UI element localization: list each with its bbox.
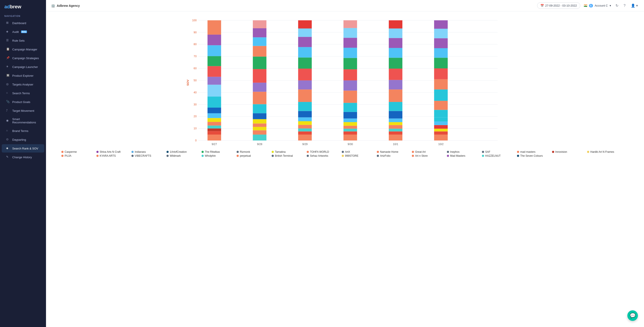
svg-text:20: 20 [194,115,197,118]
svg-rect-49 [253,69,266,83]
legend-item: VIBECRAFTS [132,154,162,157]
help-button[interactable]: ? [623,3,626,9]
sidebar-item-campaign-launcher[interactable]: ✈ Campaign Launcher [2,63,44,71]
svg-rect-73 [344,135,357,141]
svg-rect-24 [208,131,221,135]
svg-rect-30 [208,108,221,113]
date-range-button[interactable]: 📅 27-09-2022 - 03-10-2022 [537,3,580,9]
sidebar-item-product-explorer[interactable]: 🔲 Product Explorer [2,72,44,80]
refresh-button[interactable]: ↻ [615,3,619,9]
svg-rect-71 [298,20,312,29]
sidebar-item-search-terms[interactable]: ○ Search Terms [2,89,44,97]
agency-selector[interactable]: 🏢 Adbrew Agency [51,4,80,8]
svg-rect-101 [389,58,402,69]
brand-terms-icon: ○ [6,129,10,133]
svg-rect-116 [434,79,448,90]
legend-color [132,155,134,157]
svg-rect-56 [298,135,312,141]
sidebar-item-change-history[interactable]: ✎ Change History [2,153,44,161]
sidebar-item-smart-recommendations[interactable]: ◉ Smart Recommendations [2,115,44,126]
sidebar-item-audit[interactable]: ◈ Audit Beta [2,28,44,36]
sidebar-item-dayparting[interactable]: ⊙ Dayparting [2,135,44,144]
svg-rect-32 [208,85,221,96]
svg-rect-35 [208,56,221,66]
svg-rect-78 [344,119,357,122]
svg-rect-36 [208,45,221,56]
svg-rect-83 [344,69,357,80]
beta-badge: Beta [21,31,27,33]
svg-rect-103 [389,38,402,48]
account-name: Account C [595,4,608,7]
svg-rect-64 [298,89,312,102]
svg-rect-60 [298,121,312,125]
legend-item: TOHFA WORLD [307,150,337,153]
svg-text:10: 10 [194,127,197,130]
legend-label: PUJA [64,154,72,157]
sidebar-item-target-movement[interactable]: ⤴ Target Movement [2,107,44,115]
legend-item: Tamatina [272,150,302,153]
legend-label: Casperme [64,150,77,153]
chat-button[interactable]: 💬 [627,310,638,321]
svg-rect-38 [208,20,221,35]
legend-color [202,155,204,157]
svg-rect-113 [434,110,448,117]
legend-color [132,151,134,153]
sidebar-item-brand-terms[interactable]: ○ Brand Terms [2,127,44,135]
legend-item: KYARA ARTS [96,154,127,157]
svg-text:60: 60 [194,67,197,70]
svg-text:50: 50 [194,79,197,82]
sidebar-item-targets-analyser[interactable]: ◎ Targets Analyser [2,80,44,89]
sidebar-item-label: Campaign Launcher [12,65,38,69]
svg-rect-82 [344,80,357,91]
legend-item: ArtzFolio [377,154,408,157]
user-menu-button[interactable]: 👤 ▾ [630,3,639,9]
svg-rect-63 [298,102,312,111]
search-terms-icon: ○ [6,91,10,95]
svg-rect-86 [344,38,357,48]
legend-label: Sehaz Artworks [310,154,328,157]
svg-rect-29 [208,113,221,118]
legend-color [61,151,64,153]
audit-icon: ◈ [6,30,10,34]
svg-text:10/1: 10/1 [393,143,398,146]
legend-color [517,151,519,153]
legend-label: Wildmark [170,154,181,157]
svg-rect-97 [389,102,402,111]
svg-rect-114 [434,101,448,110]
sidebar-item-rule-sets[interactable]: ☰ Rule Sets [2,36,44,45]
flag-icon: 🇮🇳 [584,4,587,7]
sidebar-item-label: Audit [12,30,19,34]
legend-color [236,151,239,153]
legend-item: Mad Masters [447,154,478,157]
chevron-down-icon: ▾ [610,4,611,7]
sidebar-item-search-rank-sov[interactable]: ◈ Search Rank & SOV [2,144,44,153]
legend-item: The Ritwikas [202,150,232,153]
svg-rect-31 [208,96,221,108]
svg-rect-118 [434,58,448,68]
legend-label: 1ArtofCreation [170,150,187,153]
svg-rect-75 [344,129,357,131]
svg-rect-48 [253,83,266,92]
legend-item: Casperme [61,150,92,153]
legend-color [587,151,589,153]
legend-label: The Seven Colours [520,154,543,157]
legend-color [552,151,554,153]
svg-rect-34 [208,66,221,77]
svg-rect-84 [344,58,357,69]
sidebar-item-dashboard[interactable]: ⊞ Dashboard [2,19,44,27]
sidebar-item-label: Brand Terms [12,129,28,133]
product-goals-icon: 📎 [6,100,10,104]
svg-text:30: 30 [194,103,197,106]
sidebar-item-campaign-manager[interactable]: 📋 Campaign Manager [2,45,44,54]
legend-label: Hardik Art N Frames [590,150,614,153]
legend-label: Inephos [450,150,460,153]
legend-item: Hardik Art N Frames [587,150,618,153]
legend-label: ArtzFolio [380,154,390,157]
account-selector[interactable]: 🇮🇳 5 Account C ▾ [584,4,611,8]
change-history-icon: ✎ [6,155,10,159]
svg-rect-66 [298,69,312,80]
logo-ad: ad [4,4,10,10]
sidebar-item-product-goals[interactable]: 📎 Product Goals [2,98,44,106]
sidebar-item-campaign-strategies[interactable]: 📌 Campaign Strategies [2,54,44,62]
svg-rect-104 [389,29,402,38]
